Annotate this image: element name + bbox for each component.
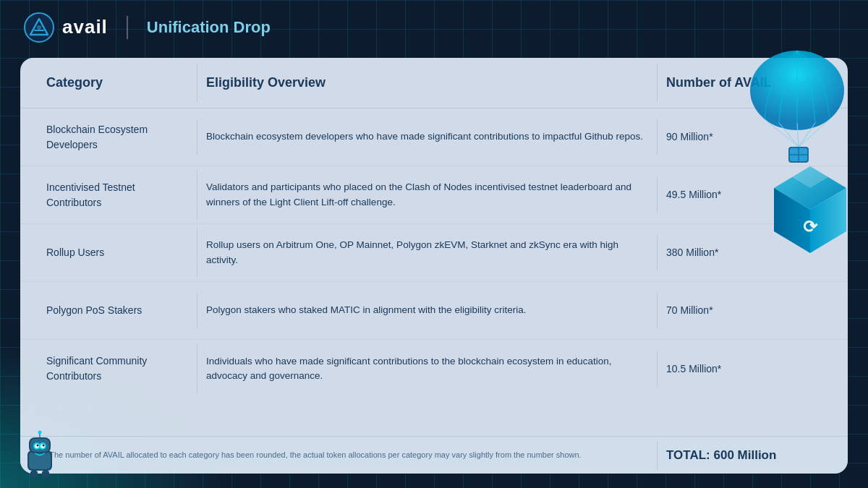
- col-header-amount: Number of AVAIL: [657, 64, 830, 102]
- avail-logo-icon: [23, 12, 55, 43]
- svg-point-1: [37, 25, 41, 30]
- table-row: Polygon PoS Stakers Polygon stakers who …: [20, 282, 848, 340]
- footer-total: TOTAL: 600 Million: [657, 441, 830, 470]
- category-5: Significant Community Contributors: [38, 343, 197, 394]
- footer-note: *The number of AVAIL allocated to each c…: [38, 442, 657, 468]
- table-footer: *The number of AVAIL allocated to each c…: [20, 436, 848, 474]
- category-2: Incentivised Testnet Contributors: [38, 170, 197, 221]
- logo-text: avail: [62, 16, 108, 38]
- amount-2: 49.5 Million*: [657, 177, 830, 213]
- amount-3: 380 Million*: [657, 235, 830, 270]
- eligibility-1: Blockchain ecosystem developers who have…: [197, 119, 657, 154]
- col-header-eligibility: Eligibility Overview: [197, 64, 657, 102]
- table-header: Category Eligibility Overview Number of …: [20, 58, 848, 108]
- main-card: Category Eligibility Overview Number of …: [20, 58, 848, 474]
- table-row: Rollup Users Rollup users on Arbitrum On…: [20, 224, 848, 282]
- col-header-category: Category: [38, 64, 197, 102]
- eligibility-2: Validators and participants who placed o…: [197, 170, 657, 220]
- table-row: Significant Community Contributors Indiv…: [20, 340, 848, 398]
- eligibility-4: Polygon stakers who staked MATIC in alig…: [197, 293, 657, 328]
- logo: avail: [23, 12, 108, 43]
- page-subtitle: Unification Drop: [147, 18, 271, 37]
- eligibility-3: Rollup users on Arbitrum One, OP Mainnet…: [197, 228, 657, 278]
- header-divider: [127, 16, 128, 39]
- category-4: Polygon PoS Stakers: [38, 293, 197, 328]
- table-wrapper: Category Eligibility Overview Number of …: [20, 58, 848, 474]
- table-row: Blockchain Ecosystem Developers Blockcha…: [20, 108, 848, 166]
- table-row: Incentivised Testnet Contributors Valida…: [20, 166, 848, 224]
- amount-1: 90 Million*: [657, 119, 830, 155]
- category-3: Rollup Users: [38, 235, 197, 270]
- amount-4: 70 Million*: [657, 293, 830, 328]
- table-body: Blockchain Ecosystem Developers Blockcha…: [20, 108, 848, 436]
- header: avail Unification Drop: [0, 0, 868, 54]
- amount-5: 10.5 Million*: [657, 351, 830, 387]
- eligibility-5: Individuals who have made significant co…: [197, 344, 657, 394]
- category-1: Blockchain Ecosystem Developers: [38, 112, 197, 163]
